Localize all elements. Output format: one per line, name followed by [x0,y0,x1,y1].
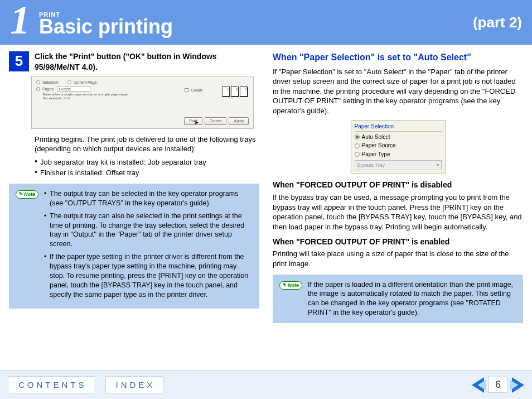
step-body-text: Printing begins. The print job is delive… [35,134,259,154]
header-text: PRINT Basic printing [39,8,473,37]
contents-button[interactable]: CONTENTS [8,376,95,393]
dlg-pages-input: 1-65535 [57,86,90,92]
dlg-pages: Pages: [42,86,55,92]
next-page-icon[interactable] [512,377,524,393]
part-label: (part 2) [473,14,532,31]
dlg-collate: Collate [191,88,203,93]
ps-group-title: Paper Selection [355,123,442,132]
dlg-selection: Selection [42,80,59,85]
radio-icon [355,134,360,140]
note-item: The output tray can be selected in the k… [44,189,253,208]
dlg-hint: Enter either a single page number or a s… [43,93,132,100]
page-header: 1 PRINT Basic printing (part 2) [0,0,532,45]
note-box-2: Note If the paper is loaded in a differe… [273,275,523,324]
subheading-disabled: When "FORCED OUTPUT OF PRINT" is disable… [273,180,523,190]
step-row: 5 Click the "Print" button ("OK" button … [9,51,259,76]
section-heading: When "Paper Selection" is set to "Auto S… [273,51,523,64]
ps-paper-source: Paper Source [362,142,396,150]
page-title: Basic printing [39,17,473,37]
subheading-enabled: When "FORCED OUTPUT OF PRINT" is enabled [273,237,523,247]
dlg-apply-button: Apply [229,117,249,124]
cursor-icon: ➤ [194,119,199,127]
bullet-item: Job separator tray kit is installed: Job… [35,157,259,167]
note-label: Note [288,282,299,289]
paragraph-disabled: If the bypass tray can be used, a messag… [273,193,523,232]
note-list: The output tray can be selected in the k… [44,189,253,303]
right-column: When "Paper Selection" is set to "Auto S… [273,51,523,323]
note-text: If the paper is loaded in a different or… [308,280,516,318]
paper-selection-screenshot: Paper Selection Auto Select Paper Source… [351,120,446,174]
ps-paper-type: Paper Type [362,151,390,158]
intro-paragraph: If "Paper Selection" is set to "Auto Sel… [273,67,523,116]
ps-dropdown: Bypass Tray▾ [355,160,442,170]
note-item: The output tray can also be selected in … [44,211,253,249]
index-button[interactable]: INDEX [105,376,164,393]
chapter-number: 1 [0,0,39,45]
prev-page-icon[interactable] [472,377,484,393]
radio-icon [355,152,360,157]
paragraph-enabled: Printing will take place using a size of… [273,249,523,268]
bullet-item: Finisher is installed: Offset tray [35,168,259,178]
content-area: 5 Click the "Print" button ("OK" button … [0,45,532,323]
ps-auto-select: Auto Select [362,133,390,141]
dlg-cancel-button: Cancel [205,117,227,124]
note-icon: Note [279,281,302,290]
note-item: If the paper type setting in the printer… [44,252,253,299]
chevron-down-icon: ▾ [437,162,439,169]
step-number: 5 [9,51,29,71]
note-icon: Note [16,190,38,199]
step-body: Click the "Print" button ("OK" button in… [35,51,259,76]
note-box-1: Note The output tray can be selected in … [9,184,259,309]
ps-dropdown-value: Bypass Tray [357,162,385,169]
dlg-print-button: Print [184,117,202,124]
note-label: Note [24,191,35,198]
footer-bar: CONTENTS INDEX 6 [0,370,532,399]
step-title: Click the "Print" button ("OK" button in… [35,51,259,73]
page-number: 6 [489,377,507,393]
step-bullets: Job separator tray kit is installed: Job… [35,157,259,178]
radio-icon [355,143,360,148]
print-dialog-screenshot: Selection Current Page Pages: 1-65535 En… [31,76,254,129]
dlg-current-page: Current Page [74,80,97,85]
left-column: 5 Click the "Print" button ("OK" button … [9,51,259,323]
